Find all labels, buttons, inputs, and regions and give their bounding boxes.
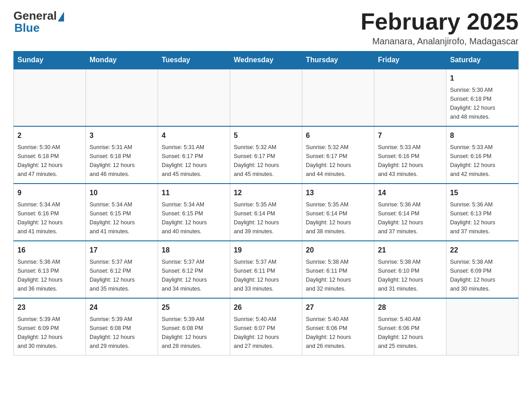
logo-blue: Blue xyxy=(14,21,39,35)
day-number: 6 xyxy=(306,130,370,141)
calendar-cell: 12Sunrise: 5:35 AMSunset: 6:14 PMDayligh… xyxy=(230,184,302,241)
day-number: 3 xyxy=(90,130,154,141)
day-number: 13 xyxy=(306,188,370,198)
calendar-cell: 6Sunrise: 5:32 AMSunset: 6:17 PMDaylight… xyxy=(302,126,374,184)
day-number: 27 xyxy=(306,302,370,313)
day-number: 28 xyxy=(378,302,442,313)
day-info: Sunrise: 5:33 AMSunset: 6:16 PMDaylight:… xyxy=(378,143,442,179)
col-friday: Friday xyxy=(374,51,446,69)
day-info: Sunrise: 5:31 AMSunset: 6:17 PMDaylight:… xyxy=(162,143,226,179)
day-number: 25 xyxy=(162,302,226,313)
logo: General Blue xyxy=(13,9,64,35)
calendar-cell: 26Sunrise: 5:40 AMSunset: 6:07 PMDayligh… xyxy=(230,298,302,355)
day-number: 22 xyxy=(450,245,515,256)
day-number: 20 xyxy=(306,245,370,256)
calendar-cell: 22Sunrise: 5:38 AMSunset: 6:09 PMDayligh… xyxy=(446,241,519,298)
calendar-header-row: Sunday Monday Tuesday Wednesday Thursday… xyxy=(14,51,519,69)
calendar-cell xyxy=(302,69,374,126)
calendar-cell xyxy=(446,298,519,355)
day-number: 19 xyxy=(234,245,298,256)
day-number: 14 xyxy=(378,188,442,198)
day-number: 15 xyxy=(450,188,515,198)
calendar-cell: 23Sunrise: 5:39 AMSunset: 6:09 PMDayligh… xyxy=(14,298,86,355)
logo-triangle-icon xyxy=(58,12,64,21)
day-number: 21 xyxy=(378,245,442,256)
day-info: Sunrise: 5:34 AMSunset: 6:16 PMDaylight:… xyxy=(17,200,82,236)
calendar-cell: 18Sunrise: 5:37 AMSunset: 6:12 PMDayligh… xyxy=(158,241,230,298)
calendar-cell: 8Sunrise: 5:33 AMSunset: 6:16 PMDaylight… xyxy=(446,126,519,184)
calendar-cell: 21Sunrise: 5:38 AMSunset: 6:10 PMDayligh… xyxy=(374,241,446,298)
calendar-cell: 20Sunrise: 5:38 AMSunset: 6:11 PMDayligh… xyxy=(302,241,374,298)
calendar-cell: 19Sunrise: 5:37 AMSunset: 6:11 PMDayligh… xyxy=(230,241,302,298)
calendar-cell: 10Sunrise: 5:34 AMSunset: 6:15 PMDayligh… xyxy=(86,184,158,241)
day-number: 9 xyxy=(17,188,82,198)
day-number: 4 xyxy=(162,130,226,141)
day-info: Sunrise: 5:37 AMSunset: 6:12 PMDaylight:… xyxy=(90,257,154,293)
day-number: 17 xyxy=(90,245,154,256)
calendar-cell: 2Sunrise: 5:30 AMSunset: 6:18 PMDaylight… xyxy=(14,126,86,184)
calendar-week-4: 16Sunrise: 5:36 AMSunset: 6:13 PMDayligh… xyxy=(14,241,519,298)
day-number: 8 xyxy=(450,130,515,141)
day-info: Sunrise: 5:34 AMSunset: 6:15 PMDaylight:… xyxy=(90,200,154,236)
day-info: Sunrise: 5:35 AMSunset: 6:14 PMDaylight:… xyxy=(306,200,370,236)
day-number: 24 xyxy=(90,302,154,313)
day-info: Sunrise: 5:34 AMSunset: 6:15 PMDaylight:… xyxy=(162,200,226,236)
day-info: Sunrise: 5:39 AMSunset: 6:08 PMDaylight:… xyxy=(90,315,154,351)
day-info: Sunrise: 5:35 AMSunset: 6:14 PMDaylight:… xyxy=(234,200,298,236)
calendar-cell xyxy=(86,69,158,126)
calendar-cell: 1Sunrise: 5:30 AMSunset: 6:18 PMDaylight… xyxy=(446,69,519,126)
title-area: February 2025 Mananara, Analanjirofo, Ma… xyxy=(360,9,519,47)
day-number: 16 xyxy=(17,245,82,256)
calendar-cell xyxy=(374,69,446,126)
calendar-week-1: 1Sunrise: 5:30 AMSunset: 6:18 PMDaylight… xyxy=(14,69,519,126)
day-info: Sunrise: 5:31 AMSunset: 6:18 PMDaylight:… xyxy=(90,143,154,179)
day-info: Sunrise: 5:39 AMSunset: 6:08 PMDaylight:… xyxy=(162,315,226,351)
day-number: 2 xyxy=(17,130,82,141)
day-number: 10 xyxy=(90,188,154,198)
calendar-week-2: 2Sunrise: 5:30 AMSunset: 6:18 PMDaylight… xyxy=(14,126,519,184)
day-number: 11 xyxy=(162,188,226,198)
header: General Blue February 2025 Mananara, Ana… xyxy=(13,9,519,47)
day-number: 7 xyxy=(378,130,442,141)
calendar-cell: 27Sunrise: 5:40 AMSunset: 6:06 PMDayligh… xyxy=(302,298,374,355)
calendar-cell: 7Sunrise: 5:33 AMSunset: 6:16 PMDaylight… xyxy=(374,126,446,184)
day-info: Sunrise: 5:32 AMSunset: 6:17 PMDaylight:… xyxy=(234,143,298,179)
day-info: Sunrise: 5:32 AMSunset: 6:17 PMDaylight:… xyxy=(306,143,370,179)
calendar-cell: 25Sunrise: 5:39 AMSunset: 6:08 PMDayligh… xyxy=(158,298,230,355)
day-number: 18 xyxy=(162,245,226,256)
calendar-week-3: 9Sunrise: 5:34 AMSunset: 6:16 PMDaylight… xyxy=(14,184,519,241)
calendar: Sunday Monday Tuesday Wednesday Thursday… xyxy=(13,51,519,355)
day-number: 26 xyxy=(234,302,298,313)
calendar-cell: 9Sunrise: 5:34 AMSunset: 6:16 PMDaylight… xyxy=(14,184,86,241)
page-title: February 2025 xyxy=(360,9,519,34)
col-thursday: Thursday xyxy=(302,51,374,69)
calendar-cell: 3Sunrise: 5:31 AMSunset: 6:18 PMDaylight… xyxy=(86,126,158,184)
day-info: Sunrise: 5:30 AMSunset: 6:18 PMDaylight:… xyxy=(17,143,82,179)
day-info: Sunrise: 5:40 AMSunset: 6:06 PMDaylight:… xyxy=(378,315,442,351)
col-wednesday: Wednesday xyxy=(230,51,302,69)
calendar-cell: 14Sunrise: 5:36 AMSunset: 6:14 PMDayligh… xyxy=(374,184,446,241)
day-info: Sunrise: 5:36 AMSunset: 6:13 PMDaylight:… xyxy=(17,257,82,293)
calendar-cell xyxy=(158,69,230,126)
day-info: Sunrise: 5:30 AMSunset: 6:18 PMDaylight:… xyxy=(450,86,515,121)
calendar-cell: 11Sunrise: 5:34 AMSunset: 6:15 PMDayligh… xyxy=(158,184,230,241)
day-info: Sunrise: 5:38 AMSunset: 6:10 PMDaylight:… xyxy=(378,257,442,293)
day-number: 12 xyxy=(234,188,298,198)
col-sunday: Sunday xyxy=(14,51,86,69)
calendar-cell: 24Sunrise: 5:39 AMSunset: 6:08 PMDayligh… xyxy=(86,298,158,355)
col-monday: Monday xyxy=(86,51,158,69)
calendar-week-5: 23Sunrise: 5:39 AMSunset: 6:09 PMDayligh… xyxy=(14,298,519,355)
calendar-cell: 28Sunrise: 5:40 AMSunset: 6:06 PMDayligh… xyxy=(374,298,446,355)
calendar-cell: 17Sunrise: 5:37 AMSunset: 6:12 PMDayligh… xyxy=(86,241,158,298)
col-saturday: Saturday xyxy=(446,51,519,69)
day-number: 23 xyxy=(17,302,82,313)
day-info: Sunrise: 5:38 AMSunset: 6:09 PMDaylight:… xyxy=(450,257,515,293)
day-info: Sunrise: 5:39 AMSunset: 6:09 PMDaylight:… xyxy=(17,315,82,351)
day-info: Sunrise: 5:40 AMSunset: 6:07 PMDaylight:… xyxy=(234,315,298,351)
day-info: Sunrise: 5:36 AMSunset: 6:13 PMDaylight:… xyxy=(450,200,515,236)
day-info: Sunrise: 5:37 AMSunset: 6:11 PMDaylight:… xyxy=(234,257,298,293)
calendar-cell: 13Sunrise: 5:35 AMSunset: 6:14 PMDayligh… xyxy=(302,184,374,241)
day-info: Sunrise: 5:40 AMSunset: 6:06 PMDaylight:… xyxy=(306,315,370,351)
calendar-cell: 5Sunrise: 5:32 AMSunset: 6:17 PMDaylight… xyxy=(230,126,302,184)
calendar-cell xyxy=(230,69,302,126)
